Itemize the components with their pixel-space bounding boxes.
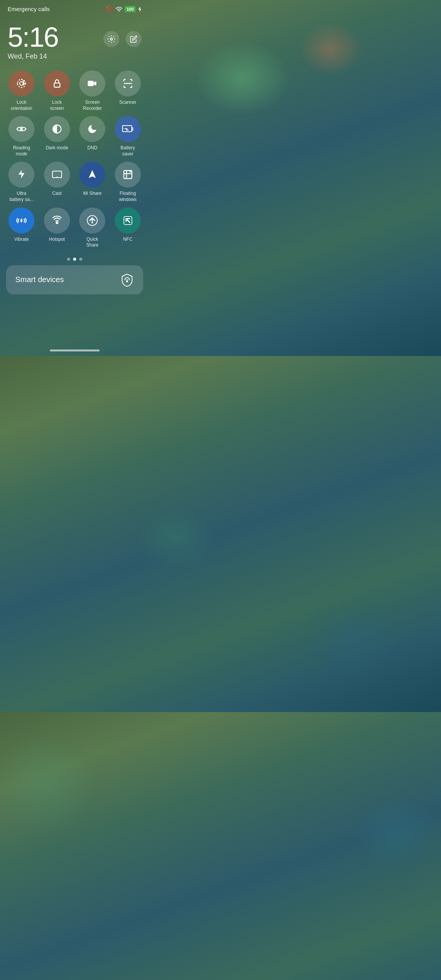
svg-point-0 [110, 38, 113, 40]
edit-button[interactable] [126, 31, 142, 47]
floating-windows-label: Floatingwindows [119, 191, 137, 203]
qs-screen-recorder[interactable]: ScreenRecorder [77, 70, 108, 111]
clock-actions [103, 31, 142, 47]
qs-mi-share[interactable]: Mi Share [77, 162, 108, 203]
svg-point-7 [21, 128, 23, 130]
home-indicator [0, 340, 149, 356]
qs-lock-orientation[interactable]: Lockorientation [6, 70, 37, 111]
hotspot-label: Hotspot [49, 237, 65, 243]
qs-cast[interactable]: Cast [42, 162, 73, 203]
dark-mode-label: Dark mode [46, 145, 68, 151]
clock-date: Wed, Feb 14 [8, 52, 58, 60]
svg-point-1 [20, 82, 23, 85]
lock-screen-icon-bg [44, 70, 70, 96]
hotspot-icon-bg [44, 207, 70, 234]
qs-battery-saver[interactable]: Batterysaver [113, 116, 144, 157]
qs-reading-mode[interactable]: Readingmode [6, 116, 37, 157]
quick-settings: Lockorientation Lockscreen [0, 64, 149, 252]
ultra-battery-icon-bg [8, 162, 34, 188]
clock-time: 5:16 [8, 23, 58, 51]
dnd-icon-bg [79, 116, 105, 142]
screen-recorder-label: ScreenRecorder [83, 100, 102, 111]
reading-mode-icon-bg [8, 116, 34, 142]
nfc-label: NFC [123, 237, 132, 243]
svg-rect-3 [54, 83, 60, 87]
battery-saver-label: Batterysaver [121, 145, 135, 157]
qs-nfc[interactable]: NFC [113, 207, 144, 248]
reading-mode-label: Readingmode [13, 145, 30, 157]
svg-marker-14 [89, 170, 96, 178]
quick-share-icon-bg [79, 207, 105, 234]
smart-devices-icon [120, 273, 134, 287]
vibrate-label: Vibrate [14, 237, 29, 243]
smart-devices-button[interactable]: Smart devices [6, 265, 143, 294]
qs-dnd[interactable]: DND [77, 116, 108, 157]
svg-rect-18 [21, 219, 23, 222]
mi-share-icon-bg [79, 162, 105, 188]
qs-lock-screen[interactable]: Lockscreen [42, 70, 73, 111]
battery-indicator: 100 [125, 6, 136, 12]
quick-share-label: QuickShare [86, 237, 98, 248]
charging-icon [138, 6, 142, 12]
lock-orientation-label: Lockorientation [11, 100, 32, 111]
signal-blocked-icon: 🚫 [106, 5, 113, 13]
emergency-calls-label: Emergency calls [8, 6, 50, 12]
ultra-battery-label: Ultrabattery sa... [10, 191, 34, 203]
home-bar [50, 350, 100, 351]
svg-point-21 [91, 222, 93, 223]
dark-mode-icon-bg [44, 116, 70, 142]
svg-point-22 [126, 280, 128, 282]
lock-orientation-icon-bg [8, 70, 34, 96]
page-dot-1[interactable] [67, 258, 70, 261]
floating-windows-icon-bg [115, 162, 141, 188]
clock-section: 5:16 Wed, Feb 14 [0, 16, 149, 64]
page-dot-2[interactable] [73, 258, 76, 261]
lock-screen-label: Lockscreen [50, 100, 64, 111]
status-icons: 🚫 100 [106, 5, 142, 13]
qs-hotspot[interactable]: Hotspot [42, 207, 73, 248]
battery-saver-icon-bg [115, 116, 141, 142]
smart-devices-label: Smart devices [15, 275, 64, 284]
qs-vibrate[interactable]: Vibrate [6, 207, 37, 248]
svg-point-19 [56, 222, 58, 224]
mi-share-label: Mi Share [83, 191, 101, 197]
page-dot-3[interactable] [79, 258, 82, 261]
svg-rect-4 [88, 81, 94, 86]
clock-info: 5:16 Wed, Feb 14 [8, 23, 58, 60]
cast-icon-bg [44, 162, 70, 188]
cast-label: Cast [52, 191, 62, 197]
nfc-icon-bg [115, 207, 141, 234]
qs-ultra-battery[interactable]: Ultrabattery sa... [6, 162, 37, 203]
status-bar: Emergency calls 🚫 100 [0, 0, 149, 16]
qs-grid: Lockorientation Lockscreen [6, 70, 143, 248]
qs-dark-mode[interactable]: Dark mode [42, 116, 73, 157]
main-container: Emergency calls 🚫 100 5:16 Wed, Feb 14 [0, 0, 149, 356]
scanner-icon-bg [115, 70, 141, 96]
battery-percent: 100 [127, 7, 134, 11]
screen-recorder-icon-bg [79, 70, 105, 96]
page-dots [0, 258, 149, 261]
wifi-icon [116, 7, 122, 12]
qs-scanner[interactable]: Scanner [113, 70, 144, 111]
dnd-label: DND [87, 145, 97, 151]
settings-button[interactable] [103, 31, 119, 47]
qs-floating-windows[interactable]: Floatingwindows [113, 162, 144, 203]
qs-quick-share[interactable]: QuickShare [77, 207, 108, 248]
scanner-label: Scanner [119, 100, 136, 106]
vibrate-icon-bg [8, 207, 34, 234]
